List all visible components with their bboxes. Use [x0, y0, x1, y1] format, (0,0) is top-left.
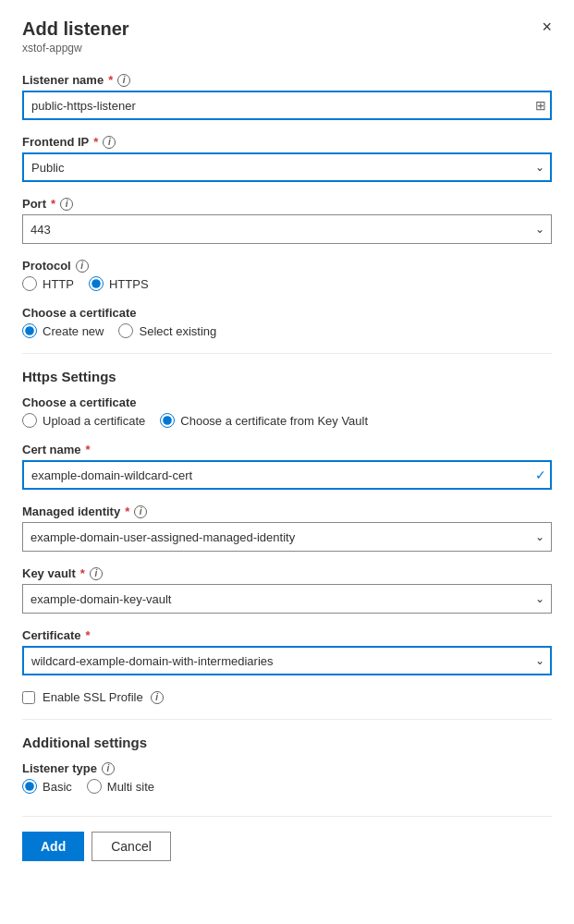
managed-identity-required: *	[125, 505, 129, 518]
key-vault-label: Key vault * i	[22, 566, 552, 580]
frontend-ip-info-icon[interactable]: i	[103, 136, 116, 149]
listener-basic-option[interactable]: Basic	[22, 779, 72, 794]
frontend-ip-select-wrapper: Public Private ⌄	[22, 152, 552, 182]
listener-basic-label: Basic	[43, 780, 72, 794]
port-info-icon[interactable]: i	[60, 198, 73, 211]
listener-basic-radio[interactable]	[22, 779, 37, 794]
managed-identity-group: Managed identity * i example-domain-user…	[22, 505, 552, 552]
port-select-wrapper: 443 80 8080 ⌄	[22, 214, 552, 244]
key-vault-group: Key vault * i example-domain-key-vault ⌄	[22, 566, 552, 614]
protocol-https-label: HTTPS	[109, 277, 149, 291]
certificate-select[interactable]: wildcard-example-domain-with-intermediar…	[22, 646, 552, 675]
protocol-https-option[interactable]: HTTPS	[89, 276, 149, 291]
cert-select-existing-option[interactable]: Select existing	[118, 323, 216, 338]
cert-name-required: *	[86, 443, 91, 456]
ssl-profile-label: Enable SSL Profile	[43, 690, 143, 704]
listener-name-icon: ⊞	[535, 98, 546, 113]
choose-cert-radio-group: Create new Select existing	[22, 323, 552, 338]
certificate-select-wrapper: wildcard-example-domain-with-intermediar…	[22, 646, 552, 675]
protocol-http-label: HTTP	[43, 277, 74, 291]
ssl-profile-info-icon[interactable]: i	[151, 691, 164, 704]
ssl-profile-checkbox[interactable]	[22, 691, 35, 704]
https-cert-choice-radio-group: Upload a certificate Choose a certificat…	[22, 413, 552, 428]
listener-type-label: Listener type i	[22, 761, 552, 775]
additional-settings-section: Additional settings Listener type i Basi…	[22, 735, 552, 794]
ssl-profile-group: Enable SSL Profile i	[22, 690, 552, 704]
protocol-https-radio[interactable]	[89, 276, 104, 291]
choose-cert-group: Choose a certificate Create new Select e…	[22, 306, 552, 338]
key-vault-info-icon[interactable]: i	[90, 567, 103, 580]
port-group: Port * i 443 80 8080 ⌄	[22, 197, 552, 244]
https-cert-choice-group: Choose a certificate Upload a certificat…	[22, 395, 552, 428]
protocol-http-radio[interactable]	[22, 276, 37, 291]
protocol-radio-group: HTTP HTTPS	[22, 276, 552, 291]
frontend-ip-label: Frontend IP * i	[22, 135, 552, 149]
protocol-group: Protocol i HTTP HTTPS	[22, 259, 552, 291]
listener-name-input[interactable]	[22, 91, 552, 120]
key-vault-required: *	[80, 566, 85, 580]
panel-header: Add listener xstof-appgw ×	[22, 18, 552, 55]
listener-name-required: *	[108, 73, 113, 87]
cert-name-check-icon: ✓	[535, 468, 546, 482]
certificate-label: Certificate *	[22, 628, 552, 642]
protocol-http-option[interactable]: HTTP	[22, 276, 74, 291]
certificate-group: Certificate * wildcard-example-domain-wi…	[22, 628, 552, 675]
close-button[interactable]: ×	[538, 17, 556, 37]
listener-name-label: Listener name * i	[22, 73, 552, 87]
listener-multisite-option[interactable]: Multi site	[87, 779, 154, 794]
panel-subtitle: xstof-appgw	[22, 42, 552, 55]
cert-name-input-wrapper: ✓	[22, 460, 552, 490]
frontend-ip-select[interactable]: Public Private	[22, 152, 552, 182]
listener-type-radio-group: Basic Multi site	[22, 779, 552, 794]
cert-select-existing-label: Select existing	[139, 324, 216, 338]
managed-identity-info-icon[interactable]: i	[134, 505, 147, 518]
certificate-required: *	[86, 628, 91, 642]
frontend-ip-required: *	[93, 135, 98, 149]
additional-settings-heading: Additional settings	[22, 735, 552, 750]
listener-type-info-icon[interactable]: i	[102, 762, 115, 775]
frontend-ip-group: Frontend IP * i Public Private ⌄	[22, 135, 552, 182]
port-select[interactable]: 443 80 8080	[22, 214, 552, 244]
port-label: Port * i	[22, 197, 552, 211]
keyvault-cert-label: Choose a certificate from Key Vault	[180, 414, 368, 428]
protocol-info-icon[interactable]: i	[76, 260, 89, 273]
add-button[interactable]: Add	[22, 832, 84, 861]
key-vault-select[interactable]: example-domain-key-vault	[22, 584, 552, 614]
protocol-label: Protocol i	[22, 259, 552, 273]
cert-create-new-label: Create new	[43, 324, 104, 338]
upload-cert-radio[interactable]	[22, 413, 37, 428]
managed-identity-select[interactable]: example-domain-user-assigned-managed-ide…	[22, 522, 552, 552]
https-settings-section: Https Settings Choose a certificate Uplo…	[22, 369, 552, 704]
listener-type-group: Listener type i Basic Multi site	[22, 761, 552, 794]
panel-footer: Add Cancel	[22, 816, 552, 861]
keyvault-cert-option[interactable]: Choose a certificate from Key Vault	[160, 413, 368, 428]
add-listener-panel: Add listener xstof-appgw × Listener name…	[0, 0, 574, 924]
https-cert-choice-label: Choose a certificate	[22, 395, 552, 409]
cert-create-new-radio[interactable]	[22, 323, 37, 338]
divider-2	[22, 719, 552, 720]
listener-name-group: Listener name * i ⊞	[22, 73, 552, 120]
cancel-button[interactable]: Cancel	[92, 832, 171, 861]
listener-multisite-radio[interactable]	[87, 779, 102, 794]
managed-identity-label: Managed identity * i	[22, 505, 552, 518]
panel-title: Add listener	[22, 18, 552, 40]
cert-name-input[interactable]	[22, 460, 552, 490]
managed-identity-select-wrapper: example-domain-user-assigned-managed-ide…	[22, 522, 552, 552]
cert-name-group: Cert name * ✓	[22, 443, 552, 490]
listener-name-input-wrapper: ⊞	[22, 91, 552, 120]
divider-1	[22, 353, 552, 354]
cert-select-existing-radio[interactable]	[118, 323, 133, 338]
https-settings-heading: Https Settings	[22, 369, 552, 384]
ssl-profile-row: Enable SSL Profile i	[22, 690, 552, 704]
upload-cert-label: Upload a certificate	[43, 414, 145, 428]
cert-name-label: Cert name *	[22, 443, 552, 456]
choose-cert-label: Choose a certificate	[22, 306, 552, 320]
upload-cert-option[interactable]: Upload a certificate	[22, 413, 145, 428]
port-required: *	[51, 197, 55, 211]
key-vault-select-wrapper: example-domain-key-vault ⌄	[22, 584, 552, 614]
keyvault-cert-radio[interactable]	[160, 413, 175, 428]
listener-multisite-label: Multi site	[107, 780, 154, 794]
listener-name-info-icon[interactable]: i	[117, 74, 130, 87]
cert-create-new-option[interactable]: Create new	[22, 323, 104, 338]
